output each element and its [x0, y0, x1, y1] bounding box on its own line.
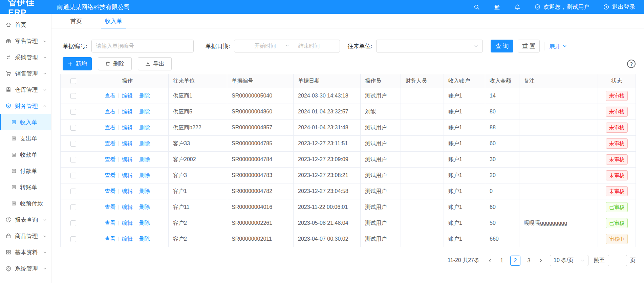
sidebar-item-8[interactable]: 基本资料 [0, 244, 51, 260]
row-action-delete[interactable]: 删除 [139, 109, 150, 114]
row-checkbox[interactable] [70, 204, 76, 210]
sidebar-item-label: 仓库管理 [15, 86, 38, 94]
bill-no-input[interactable] [91, 40, 194, 52]
cell-bill_no: SR00000005040 [227, 88, 294, 104]
bell-icon[interactable] [514, 4, 521, 10]
cell-finance [401, 120, 444, 136]
delete-button[interactable]: 删除 [98, 57, 132, 70]
sidebar-item-3[interactable]: 销售管理 [0, 65, 51, 82]
row-action-delete[interactable]: 删除 [139, 125, 150, 130]
row-action-edit[interactable]: 编辑 [122, 93, 133, 99]
row-action-edit[interactable]: 编辑 [122, 125, 133, 130]
row-action-view[interactable]: 查看 [105, 156, 115, 162]
bank-icon[interactable] [494, 4, 500, 10]
row-checkbox[interactable] [70, 189, 76, 194]
next-page-icon[interactable] [536, 256, 546, 266]
sidebar-item-label: 财务管理 [15, 102, 38, 110]
sidebar-nav: 首页零售管理采购管理销售管理仓库管理财务管理收入单支出单收款单付款单转账单收预付… [0, 17, 51, 277]
row-action-edit[interactable]: 编辑 [122, 172, 133, 178]
toolbar: 新增 删除 导出 ? [51, 57, 644, 70]
row-action-delete[interactable]: 删除 [139, 140, 150, 146]
date-range-picker[interactable]: 开始时间 ~ 结束时间 [234, 40, 340, 52]
row-action-delete[interactable]: 删除 [139, 93, 150, 99]
row-action-view[interactable]: 查看 [105, 93, 115, 99]
row-checkbox[interactable] [70, 157, 76, 162]
sidebar-subitem-转账单[interactable]: 转账单 [0, 179, 51, 195]
row-action-view[interactable]: 查看 [105, 188, 115, 194]
tab-income-bill[interactable]: 收入单 [100, 14, 127, 28]
sidebar-subitem-收入单[interactable]: 收入单 [0, 114, 51, 130]
row-checkbox[interactable] [70, 109, 76, 115]
export-button[interactable]: 导出 [138, 57, 172, 70]
sidebar-item-9[interactable]: 系统管理 [0, 260, 51, 277]
table-row: 查看编辑删除客户11SR000000040162023-11-22 00:06:… [61, 199, 636, 215]
sidebar-item-4[interactable]: 仓库管理 [0, 82, 51, 98]
select-all-checkbox[interactable] [70, 78, 76, 84]
row-action-view[interactable]: 查看 [105, 220, 115, 226]
search-button[interactable]: 查 询 [491, 40, 513, 52]
row-action-delete[interactable]: 删除 [139, 204, 150, 210]
add-button[interactable]: 新增 [63, 57, 92, 70]
cell-actions: 查看编辑删除 [86, 168, 169, 183]
sidebar-item-2[interactable]: 采购管理 [0, 49, 51, 65]
row-action-edit[interactable]: 编辑 [122, 109, 133, 114]
chevron-down-icon [580, 258, 585, 263]
row-action-view[interactable]: 查看 [105, 172, 115, 178]
row-action-delete[interactable]: 删除 [139, 172, 150, 178]
row-action-edit[interactable]: 编辑 [122, 220, 133, 226]
jump-page-input[interactable] [608, 255, 627, 266]
row-checkbox[interactable] [70, 173, 76, 178]
cell-operator: 测试用户 [361, 152, 401, 168]
sidebar-item-0[interactable]: 首页 [0, 17, 51, 33]
sidebar-item-1[interactable]: 零售管理 [0, 33, 51, 49]
row-checkbox[interactable] [70, 236, 76, 242]
page-1[interactable]: 1 [497, 256, 507, 266]
user-menu[interactable]: 欢迎您，测试用户 [534, 3, 589, 11]
row-action-view[interactable]: 查看 [105, 109, 115, 114]
search-icon[interactable] [473, 4, 480, 10]
row-action-view[interactable]: 查看 [105, 125, 115, 130]
cell-account: 账户1 [444, 231, 485, 247]
row-action-delete[interactable]: 删除 [139, 220, 150, 226]
sidebar-item-7[interactable]: 商品管理 [0, 228, 51, 244]
reset-button[interactable]: 重 置 [518, 40, 540, 52]
row-action-delete[interactable]: 删除 [139, 156, 150, 162]
cell-remark [519, 199, 598, 215]
page-2[interactable]: 2 [510, 256, 520, 266]
partner-select[interactable] [376, 40, 483, 52]
row-action-delete[interactable]: 删除 [139, 236, 150, 242]
page-3[interactable]: 3 [524, 256, 534, 266]
row-checkbox[interactable] [70, 125, 76, 131]
help-icon[interactable]: ? [627, 60, 636, 68]
row-action-view[interactable]: 查看 [105, 204, 115, 210]
row-action-edit[interactable]: 编辑 [122, 236, 133, 242]
row-action-edit[interactable]: 编辑 [122, 204, 133, 210]
logout-button[interactable]: 退出登录 [603, 3, 635, 11]
row-action-delete[interactable]: 删除 [139, 188, 150, 194]
row-checkbox[interactable] [70, 220, 76, 226]
row-action-edit[interactable]: 编辑 [122, 140, 133, 146]
expand-filters-link[interactable]: 展开 [549, 42, 567, 50]
row-action-view[interactable]: 查看 [105, 236, 115, 242]
row-action-edit[interactable]: 编辑 [122, 156, 133, 162]
table-row: 查看编辑删除客户2SR000000022612023-05-08 21:48:0… [61, 215, 636, 231]
divider [119, 173, 119, 178]
sidebar-item-6[interactable]: 报表查询 [0, 212, 51, 228]
row-checkbox[interactable] [70, 93, 76, 99]
cell-amount: 88 [485, 120, 519, 136]
tab-home[interactable]: 首页 [66, 14, 87, 28]
sidebar-subitem-收预付款[interactable]: 收预付款 [0, 195, 51, 212]
row-action-edit[interactable]: 编辑 [122, 188, 133, 194]
sidebar-subitem-付款单[interactable]: 付款单 [0, 163, 51, 179]
cell-bill_no: SR00000004785 [227, 136, 294, 152]
status-badge: 未审核 [606, 123, 628, 133]
sidebar-subitem-支出单[interactable]: 支出单 [0, 130, 51, 147]
sidebar-subitem-收款单[interactable]: 收款单 [0, 147, 51, 163]
cell-amount: 0 [485, 183, 519, 199]
sidebar-item-5[interactable]: 财务管理 [0, 98, 51, 114]
row-action-view[interactable]: 查看 [105, 140, 115, 146]
row-checkbox[interactable] [70, 141, 76, 147]
prev-page-icon[interactable] [485, 256, 495, 266]
page-size-select[interactable]: 10 条/页 [550, 255, 588, 266]
user-circle-icon [534, 4, 541, 10]
